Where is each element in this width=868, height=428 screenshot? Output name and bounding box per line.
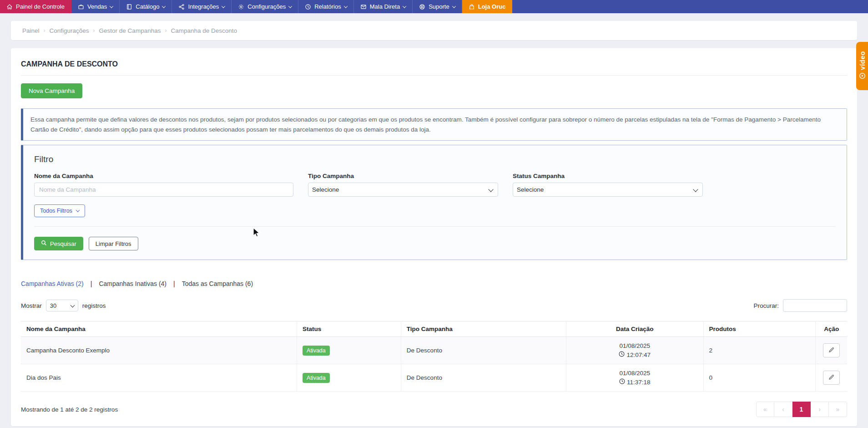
page-last-button[interactable]: » [829,402,847,417]
catalog-icon [126,4,132,10]
nav-item-catalogo[interactable]: Catálogo [120,0,172,13]
reports-icon [305,4,311,10]
cart-icon [469,4,475,10]
support-icon [419,4,425,10]
header-tipo-campanha[interactable]: Tipo Campanha [401,321,566,337]
cell-created-date: 01/08/2025 12:07:47 [566,337,703,364]
page-next-button[interactable]: › [811,402,829,417]
nav-item-vendas[interactable]: Vendas [71,0,120,13]
nav-item-label: Painel de Controle [16,3,65,10]
nav-item-integracoes[interactable]: Integrações [172,0,232,13]
cell-products-count: 0 [703,364,816,392]
chevron-down-icon [343,4,347,8]
page-first-button[interactable]: « [756,402,774,417]
tab-separator: | [173,280,175,287]
video-help-tab[interactable]: vídeo [856,42,868,90]
nav-item-label: Configurações [247,3,286,10]
all-filters-label: Todos Filtros [40,208,72,214]
main-panel: CAMPANHA DE DESCONTO Nova Campanha Essa … [11,48,857,426]
page-size-select[interactable]: 30 [46,300,78,311]
new-campaign-button[interactable]: Nova Campanha [21,83,82,98]
page-title: CAMPANHA DE DESCONTO [21,60,847,68]
tab-todas-as-campanhas[interactable]: Todas as Campanhas (6) [182,280,253,287]
campaign-status-select[interactable]: Selecione [513,183,703,197]
nav-item-suporte[interactable]: Suporte [413,0,462,13]
header-nome-da-campanha[interactable]: Nome da Campanha [21,321,297,337]
created-date: 01/08/2025 [572,369,697,378]
records-search-group: Procurar: [753,299,847,312]
search-button-label: Pesquisar [50,240,76,247]
cell-products-count: 2 [703,337,816,364]
tab-campanhas-inativas[interactable]: Campanhas Inativas (4) [99,280,167,287]
breadcrumb: Painel › Configurações › Gestor de Campa… [11,21,857,40]
results-summary: Mostrando de 1 até 2 de 2 registros [21,406,118,413]
created-date: 01/08/2025 [572,341,697,351]
campaign-type-select[interactable]: Selecione [308,183,498,197]
search-icon [41,240,47,247]
campaign-type-select-wrap: Selecione [308,183,498,197]
records-search-input[interactable] [783,299,847,312]
top-nav: Painel de Controle Vendas Catálogo Integ… [0,0,868,13]
cell-campaign-type: De Desconto [401,364,566,392]
status-badge: Ativada [303,346,330,356]
campaign-name-input[interactable] [34,183,293,197]
filter-actions: Pesquisar Limpar Filtros [34,237,836,250]
nav-item-configuracoes[interactable]: Configurações [232,0,298,13]
campaign-type-label: Tipo Campanha [308,173,498,179]
breadcrumb-item-gestor-de-campanhas[interactable]: Gestor de Campanhas [99,27,161,34]
created-time: 11:37:18 [627,378,651,387]
page-root: { "nav": { "items": [ { "label": "Painel… [0,0,868,428]
chevron-down-icon [452,4,455,8]
clear-filters-button[interactable]: Limpar Filtros [89,237,138,250]
header-data-criacao[interactable]: Data Criação [566,321,703,337]
records-search-label: Procurar: [753,302,779,309]
filter-panel: Filtro Nome da Campanha Tipo Campanha Se… [21,145,847,260]
title-divider [21,75,847,76]
pencil-icon [828,374,835,382]
breadcrumb-item-campanha-de-desconto: Campanha de Desconto [171,27,237,34]
show-label: Mostrar [21,302,42,309]
sales-icon [78,4,84,10]
edit-button[interactable] [823,371,840,385]
search-button[interactable]: Pesquisar [34,237,83,250]
table-header-row: Nome da Campanha Status Tipo Campanha Da… [21,321,847,337]
play-icon [859,72,866,81]
nav-item-painel-de-controle[interactable]: Painel de Controle [0,0,71,13]
campaign-name-field: Nome da Campanha [34,173,293,197]
campaign-status-field: Status Campanha Selecione [513,173,703,197]
campaign-status-select-wrap: Selecione [513,183,703,197]
all-filters-button[interactable]: Todos Filtros [34,204,85,217]
cell-campaign-type: De Desconto [401,337,566,364]
page-current-button[interactable]: 1 [792,402,811,417]
nav-item-mala-direta[interactable]: Mala Direta [354,0,413,13]
header-produtos[interactable]: Produtos [703,321,816,337]
filter-title: Filtro [34,154,836,164]
nav-item-label: Suporte [429,3,449,10]
chevron-down-icon [76,209,80,212]
page-prev-button[interactable]: ‹ [774,402,792,417]
chevron-down-icon [288,4,292,8]
chevron-down-icon [162,4,166,8]
info-banner: Essa campanha permite que defina valores… [21,108,847,141]
cell-campaign-name: Dia dos Pais [21,364,297,392]
records-label: registros [82,302,106,309]
gear-icon [238,4,244,10]
edit-button[interactable] [823,343,840,357]
home-icon [6,4,13,10]
tab-campanhas-ativas[interactable]: Campanhas Ativas (2) [21,280,84,287]
breadcrumb-item-painel[interactable]: Painel [22,27,40,34]
cell-campaign-name: Campanha Desconto Exemplo [21,337,297,364]
filter-divider [34,226,836,227]
table-header: Nome da Campanha Status Tipo Campanha Da… [21,321,847,337]
pagination: « ‹ 1 › » [756,402,847,417]
nav-item-relatorios[interactable]: Relatórios [298,0,354,13]
created-time: 12:07:47 [626,351,651,360]
breadcrumb-item-configuracoes[interactable]: Configurações [50,27,89,34]
cell-created-date: 01/08/2025 11:37:18 [566,364,703,392]
nav-item-loja-oruc[interactable]: Loja Oruc [462,0,513,13]
status-badge: Ativada [303,373,330,383]
campaign-name-label: Nome da Campanha [34,173,293,179]
breadcrumb-separator: › [93,27,95,34]
header-status[interactable]: Status [297,321,401,337]
filter-fields-row: Nome da Campanha Tipo Campanha Selecione… [34,173,836,197]
